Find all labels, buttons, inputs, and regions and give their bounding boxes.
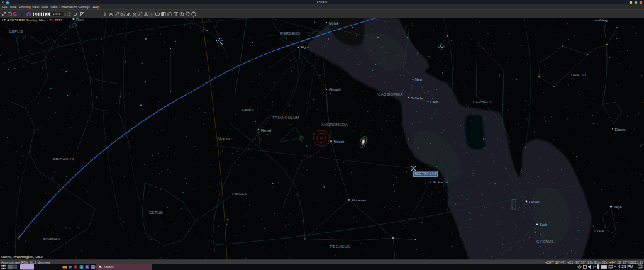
svg-text:KStars: KStars [104,265,114,269]
svg-text:Navi: Navi [415,77,422,81]
svg-text:PISCES: PISCES [232,191,247,196]
svg-text:0h: 0h [121,13,125,16]
svg-text:Caph: Caph [430,100,438,104]
svg-text:Rigel: Rigel [76,18,84,21]
svg-text:nothing: nothing [595,18,608,22]
svg-text:Hamal: Hamal [261,128,271,132]
svg-text:PEGASUS: PEGASUS [330,244,350,249]
svg-text:LACERTA: LACERTA [430,179,449,184]
svg-text:DRACO: DRACO [571,72,586,77]
svg-text:NGC 7707: 14.8°: NGC 7707: 14.8° [415,172,437,176]
svg-text:4:28 PM: 4:28 PM [618,264,633,269]
svg-text:FORNAX: FORNAX [43,237,60,241]
svg-text:Algol: Algol [301,45,308,49]
svg-text:ANDROMEDA: ANDROMEDA [321,122,348,127]
svg-text:Sadr: Sadr [540,223,547,227]
svg-text:Uranus: Uranus [218,137,230,140]
svg-text:CEPHEUS: CEPHEUS [473,99,492,104]
svg-text:Sunday, March 21, 2021: Sunday, March 21, 2021 [26,18,62,22]
svg-text:Mirach: Mirach [334,140,345,143]
svg-text:CETUS: CETUS [149,210,163,215]
svg-text:LEPUS: LEPUS [9,29,23,33]
svg-text:Almach: Almach [329,87,341,91]
svg-text:ARIES: ARIES [242,108,254,112]
svg-text:LT: 4:28:59 PM: LT: 4:28:59 PM [2,18,25,22]
svg-text:TRIANGULUM: TRIANGULUM [272,115,299,120]
svg-text:Home, Washington, USA: Home, Washington, USA [1,255,43,259]
svg-text:LYRA: LYRA [594,228,605,233]
svg-text:Schedar: Schedar [411,96,424,100]
svg-text:C: C [80,265,83,269]
svg-text:Mirfak: Mirfak [329,21,338,25]
svg-text:Alpheratz: Alpheratz [352,198,367,202]
svg-text:CASSIOPEIA: CASSIOPEIA [378,92,403,96]
svg-text:ERIDANUS: ERIDANUS [53,157,74,161]
svg-text:PERSEUS: PERSEUS [280,31,300,35]
svg-text:Vega: Vega [614,205,623,209]
svg-text:Eltanin: Eltanin [615,128,626,132]
svg-text:1 sec: 1 sec [53,12,61,16]
